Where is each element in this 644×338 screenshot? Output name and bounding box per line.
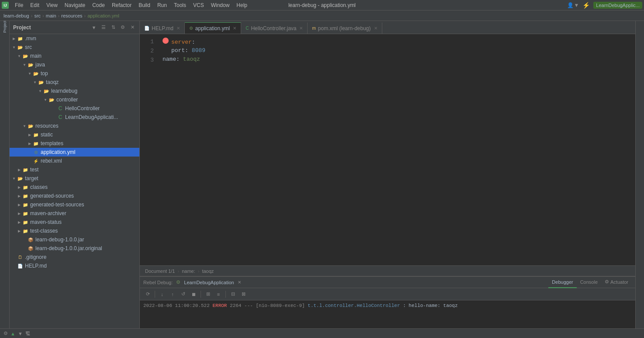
tree-item-main[interactable]: 📂 main xyxy=(10,52,139,60)
menu-navigate[interactable]: Navigate xyxy=(61,1,89,9)
label-HelloController: HelloController xyxy=(65,105,100,112)
log-package: t.t.l.controller.HelloController xyxy=(308,303,400,308)
code-area[interactable]: server: port: 8089 name : taoqz xyxy=(157,34,635,265)
panel-dropdown[interactable]: ▼ xyxy=(90,24,97,31)
menu-vcs[interactable]: VCS xyxy=(190,1,208,9)
label-jar-original: learn-debug-1.0.0.jar.original xyxy=(35,245,102,251)
tree-item-classes[interactable]: 📁 classes xyxy=(10,183,139,192)
tree-item-application-yml[interactable]: ⚙ application.yml xyxy=(10,148,139,157)
tree-item-controller[interactable]: 📂 controller xyxy=(10,95,139,104)
tab-help[interactable]: 📄 HELP.md ✕ xyxy=(140,22,185,34)
project-strip-icon[interactable]: Project xyxy=(1,23,9,31)
tree-item-taoqz[interactable]: 📂 taoqz xyxy=(10,78,139,87)
tree-item-templates[interactable]: 📁 templates xyxy=(10,139,139,148)
tree-item-gitignore[interactable]: 🗒 .gitignore xyxy=(10,253,139,261)
tree-item-rebel-xml[interactable]: ⚡ rebel.xml xyxy=(10,157,139,165)
debug-btn-up[interactable]: ↑ xyxy=(168,290,177,299)
debug-btn-refresh[interactable]: ↺ xyxy=(179,290,187,299)
breadcrumb-part-3[interactable]: resources xyxy=(61,13,82,18)
debug-btn-layout2[interactable]: ⊠ xyxy=(239,290,248,299)
tree-item-generated-test-sources[interactable]: 📁 generated-test-sources xyxy=(10,200,139,209)
debug-btn-stop[interactable]: ⏹ xyxy=(189,290,198,299)
panel-icon-settings[interactable]: ⚙ xyxy=(119,24,126,31)
menu-window[interactable]: Window xyxy=(208,1,233,9)
tree-item-jar[interactable]: 📦 learn-debug-1.0.0.jar xyxy=(10,235,139,244)
project-panel: Project ▼ ☰ ⇅ ⚙ ✕ 📁 .mvn 📂 src xyxy=(10,21,140,328)
arrow-taoqz xyxy=(32,80,38,85)
debug-btn-layout1[interactable]: ⊟ xyxy=(229,290,237,299)
menu-code[interactable]: Code xyxy=(89,1,108,9)
menu-tools[interactable]: Tools xyxy=(170,1,190,9)
log-level: ERROR xyxy=(212,303,230,308)
tab-hello[interactable]: C HelloController.java ✕ xyxy=(241,22,308,34)
tree-item-src[interactable]: 📂 src xyxy=(10,43,139,52)
debug-btn-menu[interactable]: ≡ xyxy=(214,290,223,299)
folder-icon-templates: 📁 xyxy=(32,140,39,147)
arrow-jar xyxy=(22,237,27,242)
panel-header: Project ▼ ☰ ⇅ ⚙ ✕ xyxy=(10,21,139,34)
tree-item-test[interactable]: 📁 test xyxy=(10,165,139,174)
tree-item-jar-original[interactable]: 📦 learn-debug-1.0.0.jar.original xyxy=(10,244,139,253)
menu-bar: IJ File Edit View Navigate Code Refactor… xyxy=(0,0,644,10)
close-debug-tab[interactable]: ✕ xyxy=(238,280,241,285)
panel-icon-close[interactable]: ✕ xyxy=(129,24,136,31)
debug-btn-down[interactable]: ↓ xyxy=(158,290,166,299)
breadcrumb-part-2[interactable]: main xyxy=(46,13,56,18)
breadcrumb-part-0[interactable]: learn-debug xyxy=(3,13,29,18)
run-config[interactable]: LearnDebugApplic... xyxy=(593,2,642,9)
menu-view[interactable]: View xyxy=(43,1,61,9)
tree-item-top[interactable]: 📂 top xyxy=(10,69,139,78)
label-controller: controller xyxy=(56,97,78,103)
tree-item-test-classes[interactable]: 📁 test-classes xyxy=(10,226,139,235)
close-tab-application[interactable]: ✕ xyxy=(233,26,236,31)
menu-refactor[interactable]: Refactor xyxy=(108,1,135,9)
label-LearnDebugApplicati: LearnDebugApplicati... xyxy=(65,114,118,120)
tree-item-mvn[interactable]: 📁 .mvn xyxy=(10,34,139,43)
tree-item-maven-status[interactable]: 📁 maven-status xyxy=(10,218,139,226)
label-maven-archiver: maven-archiver xyxy=(30,210,66,216)
tab-pom[interactable]: m pom.xml (learn-debug) ✕ xyxy=(308,22,382,34)
line-numbers: 1 2 3 xyxy=(140,34,157,265)
status-icon-down[interactable]: ▼ xyxy=(18,331,23,336)
tree-item-java[interactable]: 📂 java xyxy=(10,60,139,69)
status-document: Document 1/1 xyxy=(145,268,175,274)
menu-run[interactable]: Run xyxy=(154,1,170,9)
panel-icon-list[interactable]: ☰ xyxy=(100,24,107,31)
breadcrumb-part-1[interactable]: src xyxy=(34,13,41,18)
debug-tab-actuator[interactable]: ⚙ Actuator xyxy=(601,277,632,288)
tree-item-target[interactable]: 📂 target xyxy=(10,174,139,183)
tree-item-static[interactable]: 📁 static xyxy=(10,130,139,139)
folder-icon-learndebug: 📂 xyxy=(43,87,50,94)
tree-item-learndebug[interactable]: 📂 learndebug xyxy=(10,87,139,95)
close-tab-help[interactable]: ✕ xyxy=(177,26,180,31)
tree-item-HELP-md[interactable]: 📄 HELP.md xyxy=(10,261,139,270)
panel-icon-sort[interactable]: ⇅ xyxy=(110,24,117,31)
menu-file[interactable]: File xyxy=(11,1,27,9)
debug-run-label[interactable]: LearnDebugApplication xyxy=(184,280,234,285)
debug-tab-debugger[interactable]: Debugger xyxy=(548,277,576,288)
tree-item-LearnDebugApplicati[interactable]: C LearnDebugApplicati... xyxy=(10,113,139,122)
status-icon-structure[interactable]: 🏗 xyxy=(25,331,30,336)
debug-btn-grid[interactable]: ⊞ xyxy=(204,290,212,299)
debug-btn-restart[interactable]: ⟳ xyxy=(143,290,152,299)
status-icon-settings[interactable]: ⚙ xyxy=(3,331,8,336)
close-tab-hello[interactable]: ✕ xyxy=(299,26,303,31)
tree-item-maven-archiver[interactable]: 📁 maven-archiver xyxy=(10,209,139,218)
menu-help[interactable]: Help xyxy=(233,1,251,9)
code-colon-1: : xyxy=(192,38,195,47)
tab-application[interactable]: ⚙ application.yml ✕ xyxy=(185,22,241,34)
tree-item-generated-sources[interactable]: 📁 generated-sources xyxy=(10,192,139,200)
profile-icon[interactable]: 👤▼ xyxy=(567,2,579,8)
menu-build[interactable]: Build xyxy=(135,1,154,9)
breadcrumb-sep-0: › xyxy=(31,13,33,18)
tree-item-HelloController[interactable]: C HelloController xyxy=(10,104,139,113)
debug-tab-console[interactable]: Console xyxy=(577,277,601,288)
menu-edit[interactable]: Edit xyxy=(27,1,43,9)
tree-item-resources[interactable]: 📂 resources xyxy=(10,122,139,130)
search-icon[interactable]: ⚡ xyxy=(582,2,590,9)
status-field: name: xyxy=(182,268,195,274)
close-tab-pom[interactable]: ✕ xyxy=(374,26,377,31)
breadcrumb-part-4[interactable]: application.yml xyxy=(87,13,119,18)
status-icon-up[interactable]: ▲ xyxy=(10,331,15,336)
file-icon-jar-original: 📦 xyxy=(27,245,34,252)
